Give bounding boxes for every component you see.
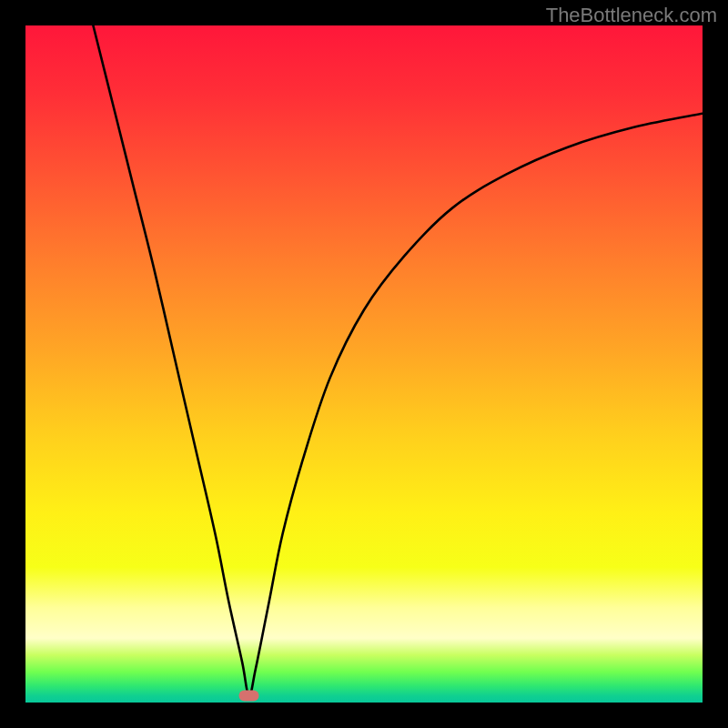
plot-area <box>25 25 703 703</box>
watermark-label: TheBottleneck.com <box>546 4 717 27</box>
curve-layer <box>25 25 703 703</box>
chart-frame: TheBottleneck.com <box>0 0 728 728</box>
bottleneck-curve <box>93 25 703 696</box>
min-marker <box>239 691 259 702</box>
